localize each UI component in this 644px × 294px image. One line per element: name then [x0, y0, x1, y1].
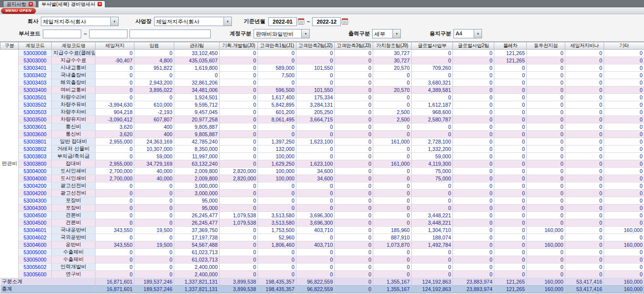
value-cell[interactable]: 121,265 [494, 57, 527, 64]
value-cell[interactable]: 0 [258, 182, 296, 190]
table-row[interactable]: 53004600운반비343,55019,50054,567,48801,806… [0, 241, 644, 249]
value-cell[interactable]: 0 [296, 197, 335, 205]
tab-notice[interactable]: 공지사항 × [3, 0, 36, 7]
value-cell[interactable]: 0 [134, 190, 174, 197]
value-cell[interactable]: 0 [453, 182, 494, 190]
value-cell[interactable]: 0 [494, 249, 527, 256]
value-cell[interactable]: 0 [134, 94, 174, 101]
value-cell[interactable]: 0 [527, 190, 565, 197]
account-code-cell[interactable]: 53003800 [19, 160, 52, 168]
account-name-cell[interactable]: 도서인쇄비 [52, 168, 96, 175]
column-header[interactable]: 가치창조팀(J9) [373, 42, 412, 50]
table-row[interactable]: 53004601국내운반비343,55019,50037,369,75001,7… [0, 227, 644, 234]
value-cell[interactable]: 3,284,131 [296, 101, 335, 109]
value-cell[interactable]: 26,245,477 [174, 212, 220, 219]
value-cell[interactable]: 0 [134, 50, 174, 57]
value-cell[interactable]: 0 [604, 160, 644, 168]
value-cell[interactable]: 2,500 [373, 109, 412, 116]
value-cell[interactable]: 0 [96, 249, 134, 256]
table-row[interactable]: 53004200광고선전비003,000,00000000000000 [0, 182, 644, 190]
value-cell[interactable]: 132,000 [258, 146, 296, 153]
value-cell[interactable]: 0 [412, 264, 453, 271]
table-row[interactable]: 53003401시내교통비0951,8221,619,8000589,00010… [0, 64, 644, 72]
value-cell[interactable]: 0 [453, 160, 494, 168]
value-cell[interactable]: 34,600 [296, 175, 335, 182]
value-cell[interactable]: 0 [220, 160, 258, 168]
value-cell[interactable]: 0 [453, 138, 494, 146]
value-cell[interactable]: 0 [527, 94, 565, 101]
value-cell[interactable]: 0 [494, 212, 527, 219]
column-header[interactable]: 고객만족2팀(J2) [296, 42, 335, 50]
value-cell[interactable]: 2,009,800 [174, 175, 220, 182]
value-cell[interactable]: 0 [220, 116, 258, 123]
column-header[interactable]: 고객만족1팀(J1) [258, 42, 296, 50]
value-cell[interactable]: 0 [220, 57, 258, 64]
value-cell[interactable]: 0 [453, 116, 494, 123]
value-cell[interactable]: 0 [565, 197, 604, 205]
value-cell[interactable]: 0 [565, 131, 604, 138]
value-cell[interactable]: 0 [335, 109, 373, 116]
value-cell[interactable]: 0 [296, 153, 335, 160]
value-cell[interactable]: 3,513,580 [258, 219, 296, 227]
value-cell[interactable]: 0 [373, 219, 412, 227]
value-cell[interactable]: 0 [220, 64, 258, 72]
value-cell[interactable]: 1,304,710 [412, 227, 453, 234]
value-cell[interactable]: 9,595,712 [174, 101, 220, 109]
account-name-cell[interactable]: 인력개발비 [52, 264, 96, 271]
value-cell[interactable]: 3,696,300 [296, 212, 335, 219]
value-cell[interactable]: 0 [565, 64, 604, 72]
value-cell[interactable]: 0 [453, 234, 494, 241]
value-cell[interactable]: 0 [494, 72, 527, 79]
value-cell[interactable]: 0 [412, 131, 453, 138]
value-cell[interactable]: 0 [527, 101, 565, 109]
account-code-cell[interactable]: 53003802 [19, 146, 52, 153]
value-cell[interactable]: 0 [494, 175, 527, 182]
value-cell[interactable]: 0 [258, 197, 296, 205]
account-name-cell[interactable]: 국내출장비 [52, 72, 96, 79]
value-cell[interactable]: 0 [220, 227, 258, 234]
value-cell[interactable]: 2,580,787 [412, 116, 453, 123]
value-cell[interactable]: 0 [565, 94, 604, 101]
value-cell[interactable]: 3,000,000 [174, 182, 220, 190]
value-cell[interactable]: 20,570 [373, 87, 412, 94]
value-cell[interactable]: 59,000 [134, 153, 174, 160]
value-cell[interactable]: 0 [96, 256, 134, 264]
value-cell[interactable]: -2,193 [134, 109, 174, 116]
account-code-cell[interactable]: 53004200 [19, 182, 52, 190]
value-cell[interactable]: 10,307,000 [134, 146, 174, 153]
account-code-cell[interactable]: 53003600 [19, 131, 52, 138]
value-cell[interactable]: 0 [220, 72, 258, 79]
value-cell[interactable]: 0 [335, 160, 373, 168]
value-cell[interactable]: 63,132,240 [174, 160, 220, 168]
value-cell[interactable]: 0 [453, 205, 494, 212]
table-row[interactable]: 53003501차량수리비001,924,50101,617,400175,33… [0, 94, 644, 101]
value-cell[interactable]: 2,009,800 [174, 168, 220, 175]
value-cell[interactable]: 0 [527, 146, 565, 153]
value-cell[interactable]: 0 [565, 87, 604, 94]
value-cell[interactable]: 0 [494, 197, 527, 205]
account-name-cell[interactable]: 통신비 [52, 131, 96, 138]
value-cell[interactable]: 0 [494, 234, 527, 241]
value-cell[interactable]: 0 [96, 153, 134, 160]
value-cell[interactable]: 0 [296, 131, 335, 138]
value-cell[interactable]: 0 [604, 182, 644, 190]
value-cell[interactable]: 0 [258, 190, 296, 197]
value-cell[interactable]: 95,000 [174, 197, 220, 205]
table-row[interactable]: 53005600연구비002,400,00000000000000 [0, 271, 644, 278]
value-cell[interactable]: 0 [96, 79, 134, 87]
value-cell[interactable]: 0 [565, 249, 604, 256]
value-cell[interactable]: 0 [220, 190, 258, 197]
value-cell[interactable]: 52,960 [258, 234, 296, 241]
value-cell[interactable]: 0 [527, 219, 565, 227]
account-code-cell[interactable]: 53003400 [19, 87, 52, 94]
value-cell[interactable]: 0 [453, 190, 494, 197]
account-code-cell[interactable]: 53004500 [19, 212, 52, 219]
value-cell[interactable]: 0 [453, 87, 494, 94]
value-cell[interactable]: 4,119,300 [412, 160, 453, 168]
value-cell[interactable]: 34,481,006 [174, 87, 220, 94]
value-cell[interactable]: 0 [494, 205, 527, 212]
value-cell[interactable]: 7,500 [258, 72, 296, 79]
value-cell[interactable]: 1,924,501 [174, 94, 220, 101]
value-cell[interactable]: 0 [296, 79, 335, 87]
value-cell[interactable]: 0 [373, 264, 412, 271]
